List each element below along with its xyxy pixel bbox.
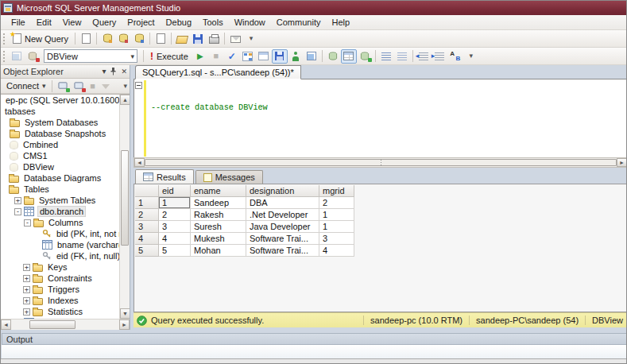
grid-cell[interactable]: 1	[319, 221, 354, 233]
include-client-statistics-icon[interactable]	[304, 49, 319, 64]
change-connection-icon[interactable]	[25, 49, 41, 64]
grid-cell[interactable]: 2	[159, 209, 191, 221]
outline-collapse-icon[interactable]	[135, 82, 142, 89]
new-query-button[interactable]: New Query	[9, 32, 72, 45]
toolbar-overflow-icon[interactable]	[463, 49, 479, 64]
tree-item-dbo-branch[interactable]: -dbo.branch	[1, 206, 130, 217]
close-icon[interactable]	[121, 68, 127, 76]
decrease-indent-icon[interactable]	[416, 49, 432, 64]
app-icon[interactable]	[3, 3, 13, 13]
menu-view[interactable]: View	[57, 16, 87, 29]
template-parameters-icon[interactable]	[447, 49, 463, 64]
tree-item-triggers[interactable]: +Triggers	[1, 284, 130, 295]
tree-item-cmbined[interactable]: Cmbined	[1, 139, 130, 150]
tree-item-system-databases[interactable]: System Databases	[1, 117, 130, 128]
scrollbar-thumb[interactable]	[29, 320, 75, 329]
grid-cell[interactable]: Rakesh	[191, 209, 246, 221]
grid-cell[interactable]: 1	[159, 197, 191, 209]
open-document-icon[interactable]	[153, 32, 168, 46]
tree-item-eid-column[interactable]: eid (FK, int, null)	[1, 250, 130, 261]
expander-icon[interactable]: -	[14, 208, 21, 215]
connect-object-icon[interactable]	[55, 79, 71, 93]
grid-cell[interactable]: 3	[319, 233, 354, 245]
comment-lines-icon[interactable]	[378, 49, 394, 64]
document-tab[interactable]: SQLQuery1.sql - s...PC\sandeep (54))*	[135, 65, 301, 79]
analyze-query-dta-icon[interactable]	[288, 49, 304, 64]
grid-cell[interactable]: 4	[159, 233, 191, 245]
scroll-down-icon[interactable]	[120, 308, 130, 319]
expander-icon[interactable]: +	[14, 197, 21, 204]
tree-item-indexes[interactable]: +Indexes	[1, 295, 130, 306]
connect-button[interactable]: Connect	[3, 80, 49, 91]
envelope-icon[interactable]	[227, 32, 243, 46]
results-to-grid-icon[interactable]	[341, 49, 357, 64]
display-estimated-plan-icon[interactable]	[240, 49, 256, 64]
analysis-services-dmx-query-icon[interactable]	[115, 32, 131, 46]
row-header[interactable]: 2	[135, 209, 159, 221]
tree-vertical-scrollbar[interactable]	[119, 95, 130, 319]
tree-item-statistics[interactable]: +Statistics	[1, 306, 130, 317]
tree-item-constraints[interactable]: +Constraints	[1, 273, 130, 284]
pin-icon[interactable]	[110, 68, 117, 76]
tree-item-database-snapshots[interactable]: Database Snapshots	[1, 128, 130, 139]
disconnect-object-icon[interactable]	[71, 79, 87, 93]
scroll-right-icon[interactable]	[617, 158, 627, 167]
grid-column-header[interactable]: ename	[191, 185, 246, 197]
analysis-services-mdx-query-icon[interactable]	[99, 32, 115, 46]
tab-messages[interactable]: Messages	[195, 170, 263, 184]
grid-cell[interactable]: Software Trai...	[246, 245, 319, 257]
expander-icon[interactable]: +	[23, 308, 30, 316]
grid-cell[interactable]: Sandeep	[191, 197, 246, 209]
tree-item-dbview[interactable]: DBView	[1, 161, 130, 172]
grid-cell[interactable]: Java Developer	[246, 221, 319, 233]
scroll-left-icon[interactable]	[1, 319, 11, 330]
expander-icon[interactable]: +	[23, 297, 30, 304]
grid-cell[interactable]: 3	[159, 221, 191, 233]
grid-column-header[interactable]: designation	[246, 185, 319, 197]
grid-column-header[interactable]: eid	[159, 185, 191, 197]
grid-cell[interactable]: Mohan	[191, 245, 246, 257]
print-icon[interactable]	[206, 32, 222, 46]
grid-column-header[interactable]: mgrid	[319, 185, 354, 197]
row-header[interactable]: 4	[135, 233, 159, 245]
tree-item-server[interactable]: ep-pc (SQL Server 10.0.1600 - san	[1, 95, 130, 106]
scroll-left-icon[interactable]	[134, 158, 145, 167]
execute-button[interactable]: ! Execute	[146, 49, 192, 64]
grid-cell[interactable]: Software Trai...	[246, 233, 319, 245]
parse-query-icon[interactable]	[224, 49, 240, 64]
debug-play-icon[interactable]	[192, 49, 208, 64]
expander-icon[interactable]: +	[23, 275, 30, 282]
expander-icon[interactable]: +	[23, 286, 30, 293]
include-actual-plan-icon[interactable]	[272, 49, 288, 64]
grid-cell[interactable]: DBA	[246, 197, 319, 209]
menu-tools[interactable]: Tools	[197, 16, 229, 29]
query-options-icon[interactable]	[256, 49, 272, 64]
open-file-icon[interactable]	[174, 32, 190, 46]
tab-results[interactable]: Results	[135, 169, 194, 184]
uncomment-lines-icon[interactable]	[394, 49, 410, 64]
tree-item-system-tables[interactable]: +System Tables	[1, 195, 130, 206]
sql-editor[interactable]: --create database DBView --create table …	[134, 79, 627, 157]
results-to-text-icon[interactable]	[325, 49, 341, 64]
grid-cell[interactable]: 1	[319, 209, 354, 221]
menu-window[interactable]: Window	[229, 16, 271, 29]
tree-item-databases[interactable]: tabases	[1, 106, 130, 117]
window-position-icon[interactable]	[102, 68, 106, 76]
grid-cell[interactable]: .Net Developer	[246, 209, 319, 221]
menu-file[interactable]: File	[6, 16, 31, 29]
database-engine-query-icon[interactable]	[78, 32, 94, 46]
row-header[interactable]: 1	[135, 197, 159, 209]
grid-cell[interactable]: 4	[319, 245, 354, 257]
row-header[interactable]: 5	[135, 245, 159, 257]
toolbar-overflow-icon[interactable]	[243, 32, 259, 46]
scroll-right-icon[interactable]	[119, 319, 130, 330]
increase-indent-icon[interactable]	[432, 49, 447, 64]
results-to-file-icon[interactable]	[357, 49, 373, 64]
editor-code[interactable]: --create database DBView --create table …	[151, 80, 627, 157]
code-line[interactable]	[151, 136, 627, 147]
code-line[interactable]: --create database DBView	[151, 103, 627, 114]
analysis-services-xmla-query-icon[interactable]	[131, 32, 147, 46]
tree-item-keys[interactable]: +Keys	[1, 261, 130, 273]
row-header[interactable]: 3	[135, 221, 159, 233]
tree-item-tables[interactable]: Tables	[1, 184, 130, 195]
